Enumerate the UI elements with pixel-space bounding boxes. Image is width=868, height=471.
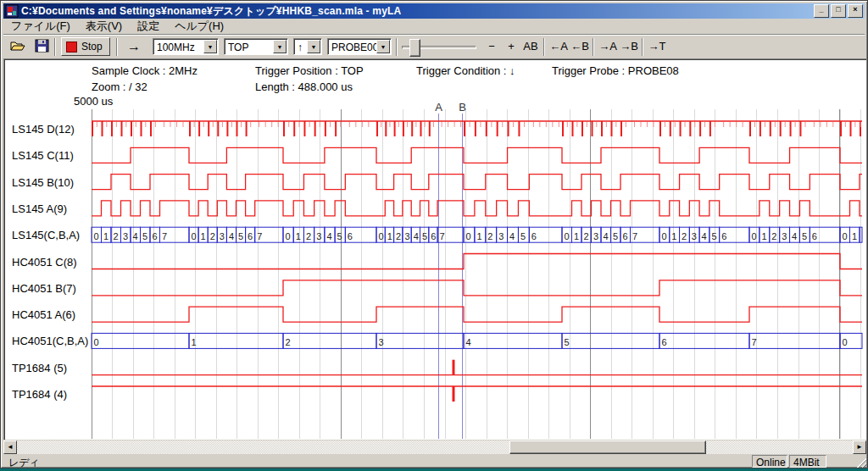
- dropdown-arrow-icon[interactable]: ▼: [203, 40, 217, 53]
- dropdown-arrow-icon[interactable]: ▼: [307, 40, 320, 53]
- svg-text:4: 4: [702, 231, 707, 241]
- svg-text:0: 0: [752, 231, 757, 241]
- menu-help[interactable]: ヘルプ(H): [167, 18, 231, 36]
- trigger-probe-combobox[interactable]: PROBE00 ▼: [327, 38, 392, 55]
- time-scale-label: 5000 us: [74, 95, 113, 108]
- svg-text:2: 2: [584, 231, 589, 241]
- menu-file[interactable]: ファイル(F): [3, 18, 78, 36]
- svg-text:3: 3: [404, 231, 409, 241]
- menu-view[interactable]: 表示(V): [78, 18, 130, 36]
- waveform-plot[interactable]: ABLS145 D(12)LS145 C(11)LS145 B(10)LS145…: [3, 58, 866, 440]
- title-bar[interactable]: C:¥Documents and Settings¥noname¥デスクトップ¥…: [3, 3, 865, 19]
- save-file-button[interactable]: [32, 39, 51, 55]
- stop-button[interactable]: Stop: [61, 37, 110, 56]
- status-bar: レディ Online 4MBit: [3, 455, 866, 468]
- single-run-button[interactable]: →: [123, 37, 145, 56]
- menu-settings[interactable]: 設定: [130, 18, 167, 36]
- svg-text:5: 5: [613, 231, 618, 241]
- signal-row-ls145-d-12-: LS145 D(12): [12, 121, 862, 136]
- svg-text:0: 0: [843, 231, 848, 241]
- move-right-to-a-button[interactable]: →A: [598, 40, 618, 54]
- scrollbar-thumb[interactable]: [509, 441, 706, 454]
- svg-text:5: 5: [337, 231, 342, 241]
- svg-text:2: 2: [396, 231, 401, 241]
- trigger-probe-value: PROBE00: [331, 42, 378, 53]
- svg-text:6: 6: [662, 337, 667, 347]
- svg-text:0: 0: [286, 231, 291, 241]
- toolbar-separator: [116, 38, 118, 56]
- marker-label-a: A: [435, 101, 442, 114]
- maximize-button[interactable]: □: [831, 4, 846, 18]
- svg-text:0: 0: [192, 231, 197, 241]
- scroll-right-button[interactable]: ►: [853, 441, 866, 454]
- zoom-in-button[interactable]: +: [503, 40, 520, 54]
- signal-row-hc4051-a-6-: HC4051 A(6): [12, 307, 862, 322]
- move-to-trigger-button[interactable]: →T: [647, 40, 667, 54]
- signal-row-hc4051-c-b-a-: HC4051(C,B,A)012345670: [12, 333, 862, 348]
- zoom-info: Zoom : / 32: [92, 80, 147, 93]
- svg-text:6: 6: [431, 231, 436, 241]
- zoom-out-button[interactable]: −: [483, 40, 500, 54]
- move-right-to-b-button[interactable]: →B: [619, 40, 639, 54]
- move-left-to-a-button[interactable]: ←A: [548, 40, 569, 54]
- svg-text:1: 1: [476, 231, 481, 241]
- svg-text:5: 5: [802, 231, 807, 241]
- signal-label: HC4051(C,B,A): [12, 335, 88, 347]
- open-file-button[interactable]: [8, 39, 27, 55]
- svg-text:0: 0: [94, 337, 99, 347]
- svg-text:2: 2: [682, 231, 687, 241]
- toolbar-separator: [543, 38, 545, 56]
- sample-clock-info: Sample Clock : 2MHz: [92, 64, 198, 77]
- toolbar-separator: [54, 38, 56, 56]
- signal-row-tp1684-5-: TP1684 (5): [12, 360, 862, 375]
- svg-text:2: 2: [771, 231, 776, 241]
- signal-label: HC4051 A(6): [12, 308, 75, 321]
- svg-text:1: 1: [387, 231, 392, 241]
- signal-row-ls145-c-b-a-: LS145(C,B,A)0123456701234567012345601234…: [12, 227, 862, 242]
- scroll-left-button[interactable]: ◄: [3, 441, 17, 454]
- svg-text:1: 1: [671, 231, 676, 241]
- trigger-position-combobox[interactable]: TOP ▼: [224, 38, 288, 55]
- toolbar-separator: [642, 38, 643, 56]
- status-message: レディ: [8, 456, 40, 468]
- dropdown-arrow-icon[interactable]: ▼: [376, 40, 390, 53]
- trigger-position-info: Trigger Position : TOP: [255, 64, 364, 77]
- svg-text:0: 0: [94, 231, 99, 241]
- horizontal-scrollbar[interactable]: ◄ ►: [3, 441, 866, 454]
- trigger-edge-combobox[interactable]: ↑ ▼: [293, 38, 322, 55]
- svg-text:7: 7: [257, 231, 262, 241]
- zoom-slider-thumb[interactable]: [409, 39, 420, 57]
- marker-label-b: B: [459, 101, 466, 114]
- svg-text:1: 1: [852, 231, 857, 241]
- signal-label: LS145 C(11): [12, 149, 74, 162]
- move-left-to-b-button[interactable]: ←B: [570, 40, 590, 54]
- svg-text:3: 3: [316, 231, 321, 241]
- svg-text:2: 2: [210, 231, 215, 241]
- svg-text:3: 3: [379, 337, 384, 347]
- resize-grip[interactable]: [855, 457, 866, 468]
- sample-clock-combobox[interactable]: 100MHz ▼: [153, 38, 219, 55]
- svg-text:2: 2: [306, 231, 311, 241]
- svg-text:6: 6: [153, 231, 158, 241]
- dropdown-arrow-icon[interactable]: ▼: [273, 40, 287, 53]
- signal-row-tp1684-4-: TP1684 (4): [12, 386, 862, 402]
- svg-text:5: 5: [520, 231, 526, 241]
- svg-text:3: 3: [498, 231, 504, 241]
- close-button[interactable]: ×: [848, 4, 863, 18]
- stop-icon: [66, 42, 77, 53]
- svg-text:7: 7: [752, 337, 757, 347]
- svg-text:1: 1: [574, 231, 579, 241]
- svg-text:0: 0: [662, 231, 667, 241]
- minimize-button[interactable]: _: [814, 4, 829, 18]
- svg-text:4: 4: [604, 231, 609, 241]
- svg-text:5: 5: [238, 231, 243, 241]
- svg-text:6: 6: [248, 231, 253, 241]
- svg-text:6: 6: [348, 231, 353, 241]
- zoom-slider[interactable]: [402, 38, 476, 56]
- zoom-ab-button[interactable]: AB: [520, 40, 541, 54]
- svg-text:3: 3: [123, 231, 128, 241]
- grid: [92, 109, 861, 439]
- svg-text:4: 4: [326, 231, 331, 241]
- signal-row-ls145-b-10-: LS145 B(10): [12, 175, 862, 190]
- signal-label: LS145(C,B,A): [12, 229, 80, 241]
